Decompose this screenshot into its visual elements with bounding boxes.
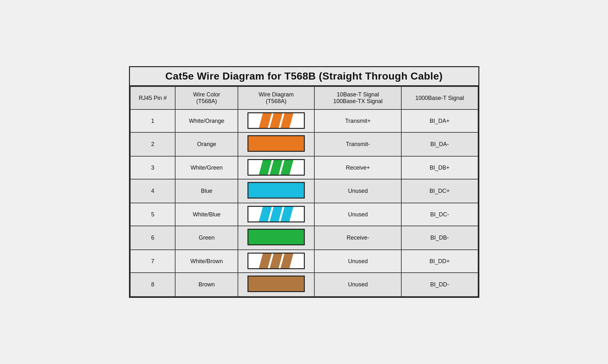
cell-signal-1000: BI_DC+ <box>401 179 478 203</box>
header-diagram: Wire Diagram(T568A) <box>238 87 314 109</box>
table-row: 7White/BrownUnusedBI_DD+ <box>130 250 478 273</box>
header-color: Wire Color(T568A) <box>175 87 238 109</box>
cell-color: White/Green <box>175 156 238 179</box>
cell-color: Green <box>175 226 238 250</box>
wire-solid-box <box>247 276 305 292</box>
wire-stripe-box <box>247 206 305 222</box>
cell-signal-1000: BI_DA+ <box>401 109 478 132</box>
wire-stripe <box>281 160 293 175</box>
cell-color: White/Blue <box>175 203 238 226</box>
cell-diagram <box>238 250 314 273</box>
wire-stripe-box <box>247 253 305 269</box>
cell-color: Blue <box>175 179 238 203</box>
wire-stripe <box>270 160 283 175</box>
cell-diagram <box>238 226 314 250</box>
cell-signal-10-100: Unused <box>314 179 401 203</box>
wire-stripe <box>281 254 293 268</box>
wire-stripe <box>259 113 272 128</box>
wire-stripe <box>270 254 283 268</box>
wire-stripe <box>270 207 283 221</box>
diagram-title: Cat5e Wire Diagram for T568B (Straight T… <box>130 67 478 86</box>
cell-signal-10-100: Unused <box>314 273 401 297</box>
cell-signal-10-100: Transmit+ <box>314 109 401 132</box>
wire-stripe <box>281 207 293 221</box>
wire-solid-box <box>247 135 305 152</box>
header-signal: 10Base-T Signal100Base-TX Signal <box>314 87 401 109</box>
diagram-container: Cat5e Wire Diagram for T568B (Straight T… <box>129 66 479 298</box>
cell-diagram <box>238 109 314 132</box>
wire-stripe-box <box>247 159 305 176</box>
cell-pin: 3 <box>130 156 175 179</box>
cell-diagram <box>238 179 314 203</box>
cell-pin: 2 <box>130 132 175 156</box>
header-pin: RJ45 Pin # <box>130 87 175 109</box>
cell-diagram <box>238 273 314 297</box>
cell-signal-1000: BI_DA- <box>401 132 478 156</box>
wire-stripe <box>259 207 272 221</box>
cell-color: Orange <box>175 132 238 156</box>
cell-signal-10-100: Unused <box>314 203 401 226</box>
cell-signal-10-100: Receive- <box>314 226 401 250</box>
cell-pin: 1 <box>130 109 175 132</box>
table-row: 8BrownUnusedBI_DD- <box>130 273 478 297</box>
wire-solid-box <box>247 182 305 199</box>
cell-diagram <box>238 156 314 179</box>
cell-pin: 5 <box>130 203 175 226</box>
cell-pin: 7 <box>130 250 175 273</box>
cell-pin: 8 <box>130 273 175 297</box>
cell-color: White/Orange <box>175 109 238 132</box>
cell-signal-10-100: Receive+ <box>314 156 401 179</box>
table-row: 5White/BlueUnusedBI_DC- <box>130 203 478 226</box>
wire-stripe <box>281 113 293 128</box>
cell-signal-1000: BI_DD- <box>401 273 478 297</box>
cell-diagram <box>238 132 314 156</box>
cell-signal-1000: BI_DD+ <box>401 250 478 273</box>
cell-signal-1000: BI_DC- <box>401 203 478 226</box>
header-1000: 1000Base-T Signal <box>401 87 478 109</box>
cell-color: White/Brown <box>175 250 238 273</box>
cell-signal-1000: BI_DB+ <box>401 156 478 179</box>
table-row: 2OrangeTransmit-BI_DA- <box>130 132 478 156</box>
table-row: 1White/OrangeTransmit+BI_DA+ <box>130 109 478 132</box>
cell-color: Brown <box>175 273 238 297</box>
wire-stripe <box>270 113 283 128</box>
cell-pin: 6 <box>130 226 175 250</box>
table-row: 6GreenReceive-BI_DB- <box>130 226 478 250</box>
cell-pin: 4 <box>130 179 175 203</box>
wire-stripe-box <box>247 112 305 129</box>
wire-solid-box <box>247 229 305 245</box>
wire-stripe <box>259 254 272 268</box>
cell-signal-10-100: Unused <box>314 250 401 273</box>
wire-stripe <box>259 160 272 175</box>
table-row: 4BlueUnusedBI_DC+ <box>130 179 478 203</box>
cell-diagram <box>238 203 314 226</box>
table-row: 3White/GreenReceive+BI_DB+ <box>130 156 478 179</box>
cell-signal-10-100: Transmit- <box>314 132 401 156</box>
wire-table: RJ45 Pin # Wire Color(T568A) Wire Diagra… <box>130 86 478 297</box>
cell-signal-1000: BI_DB- <box>401 226 478 250</box>
